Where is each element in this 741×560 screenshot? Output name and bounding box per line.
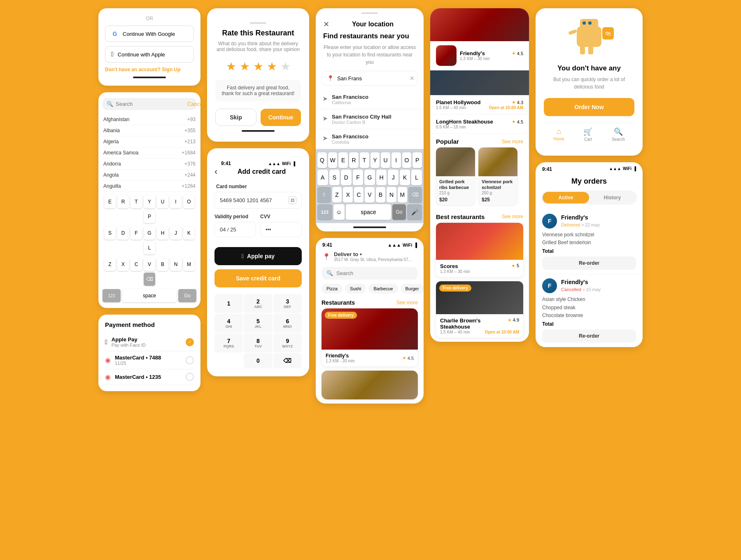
key-k[interactable]: K: [183, 226, 195, 240]
key-o[interactable]: O: [402, 152, 412, 168]
suggestion-city-hall[interactable]: ➤ San Francisco City Hall Doctor Carlton…: [316, 110, 424, 129]
delivery-location-bar[interactable]: 📍 Deliver to ▾ 3517 W. Gray St. Utica, P…: [316, 250, 424, 265]
re-order-1-button[interactable]: Re-order: [542, 257, 636, 270]
key-i[interactable]: I: [391, 152, 401, 168]
key-h[interactable]: H: [157, 226, 168, 240]
scores-restaurant-card[interactable]: Scores ★ 5 1.3 KM – 30 min: [436, 223, 523, 277]
numpad-6[interactable]: 6MNO: [273, 314, 302, 333]
mastercard2-option[interactable]: ◉ MasterCard • 1235: [105, 369, 194, 385]
nav-cart[interactable]: 🛒 Cart: [583, 127, 592, 142]
mastercard1-radio[interactable]: [186, 356, 194, 364]
tab-history[interactable]: History: [589, 192, 636, 203]
cat-barbecue[interactable]: Barbecue: [368, 284, 398, 294]
mastercard2-radio[interactable]: [186, 373, 194, 381]
star-rating[interactable]: ★ ★ ★ ★ ★: [215, 60, 301, 73]
location-close-btn[interactable]: ✕: [323, 20, 329, 29]
key-x[interactable]: X: [117, 258, 129, 271]
delivery-search-input[interactable]: [336, 270, 413, 276]
key-g[interactable]: G: [144, 226, 155, 240]
key-e[interactable]: E: [338, 152, 348, 168]
kb-backspace[interactable]: ⌫: [408, 187, 422, 203]
card-number-input[interactable]: 5469 5400 1201 4567 ⊡: [214, 192, 302, 209]
key-z[interactable]: Z: [104, 258, 116, 271]
list-item[interactable]: Albania+355: [103, 125, 196, 136]
charlie-browns-card[interactable]: Free delivery Charlie Brown's Steakhouse…: [436, 281, 523, 338]
longhorn-feed-item[interactable]: LongHorn Steakhouse ★4.5 0.9 KM – 18 min: [430, 114, 529, 134]
num-toggle-key[interactable]: 123: [103, 289, 121, 302]
key-c[interactable]: C: [354, 187, 364, 203]
restaurants-see-more[interactable]: See more: [396, 300, 418, 306]
list-item[interactable]: Algeria+213: [103, 136, 196, 147]
friendlys-feed-item[interactable]: Friendly's ★4.5 1.3 KM – 30 min: [430, 41, 529, 70]
cat-pizza[interactable]: Pizza: [322, 284, 343, 294]
key-n[interactable]: N: [170, 258, 182, 271]
key-l[interactable]: L: [144, 241, 155, 254]
key-j[interactable]: J: [388, 170, 398, 185]
apple-login-button[interactable]:  Continue with Apple: [105, 46, 194, 63]
list-item[interactable]: Andorra+376: [103, 159, 196, 170]
key-l[interactable]: L: [411, 170, 422, 185]
backspace-key[interactable]: ⌫: [144, 273, 155, 286]
key-s[interactable]: S: [329, 170, 340, 185]
popular-item-schnitzel[interactable]: Viennese pork schnitzel 250 g $25: [478, 147, 517, 205]
list-item[interactable]: Angola+244: [103, 170, 196, 181]
key-v[interactable]: V: [365, 187, 374, 203]
star-3[interactable]: ★: [253, 60, 263, 73]
numpad-0[interactable]: 0: [244, 353, 272, 368]
key-m[interactable]: M: [398, 187, 407, 203]
key-f[interactable]: F: [130, 226, 142, 240]
star-1[interactable]: ★: [226, 60, 236, 73]
numpad-backspace[interactable]: ⌫: [273, 353, 302, 368]
numpad-3[interactable]: 3DEF: [273, 294, 302, 313]
key-y[interactable]: Y: [144, 195, 155, 208]
key-g[interactable]: G: [364, 170, 375, 185]
key-p[interactable]: P: [144, 210, 155, 223]
back-button[interactable]: ‹: [214, 166, 217, 177]
tab-active[interactable]: Active: [543, 192, 589, 203]
skip-button[interactable]: Skip: [215, 109, 256, 126]
google-login-button[interactable]: G Continue With Google: [105, 26, 194, 42]
star-5[interactable]: ★: [280, 60, 291, 73]
best-see-more[interactable]: See more: [502, 214, 523, 219]
key-t[interactable]: T: [130, 195, 142, 208]
key-u[interactable]: U: [381, 152, 390, 168]
mastercard1-option[interactable]: ◉ MasterCard • 7488 11/25: [105, 351, 194, 369]
key-k[interactable]: K: [400, 170, 410, 185]
list-item[interactable]: Afghanistan+93: [103, 114, 196, 125]
key-c[interactable]: C: [130, 258, 142, 271]
go-key-loc[interactable]: Go: [392, 204, 406, 220]
key-e[interactable]: E: [104, 195, 116, 208]
key-y[interactable]: Y: [370, 152, 380, 168]
key-j[interactable]: J: [170, 226, 182, 240]
nav-search[interactable]: 🔍 Search: [612, 127, 625, 142]
key-h[interactable]: H: [376, 170, 387, 185]
numpad-4[interactable]: 4GHI: [214, 314, 243, 333]
key-p[interactable]: P: [412, 152, 422, 168]
list-item[interactable]: Anguilla+1264: [103, 181, 196, 192]
validity-input[interactable]: 04 / 25: [214, 222, 256, 237]
shift-key[interactable]: ⇧: [317, 187, 331, 203]
cat-sushi[interactable]: Sushi: [345, 284, 366, 294]
signup-link[interactable]: Sign Up: [162, 67, 180, 72]
location-search-input[interactable]: [337, 75, 406, 82]
key-a[interactable]: A: [317, 170, 328, 185]
numpad-7[interactable]: 7PQRS: [214, 334, 243, 352]
key-s[interactable]: S: [104, 226, 116, 240]
go-key[interactable]: Go: [178, 289, 196, 302]
cat-burger[interactable]: Burger: [401, 284, 424, 294]
key-i[interactable]: I: [170, 195, 182, 208]
emoji-key[interactable]: ☺: [333, 204, 345, 220]
numpad-5[interactable]: 5JKL: [244, 314, 272, 333]
key-n[interactable]: N: [387, 187, 396, 203]
key-x[interactable]: X: [343, 187, 352, 203]
key-z[interactable]: Z: [332, 187, 342, 203]
continue-button[interactable]: Continue: [261, 109, 301, 126]
numpad-8[interactable]: 8TUV: [244, 334, 272, 352]
re-order-2-button[interactable]: Re-order: [542, 329, 636, 343]
scan-icon[interactable]: ⊡: [289, 196, 296, 204]
list-item[interactable]: America Samoa+1684: [103, 147, 196, 159]
location-clear-btn[interactable]: ✕: [410, 75, 415, 82]
nav-home[interactable]: ⌂ Home: [553, 127, 564, 142]
country-search-input[interactable]: [116, 101, 185, 107]
apple-pay-radio[interactable]: [186, 338, 194, 346]
